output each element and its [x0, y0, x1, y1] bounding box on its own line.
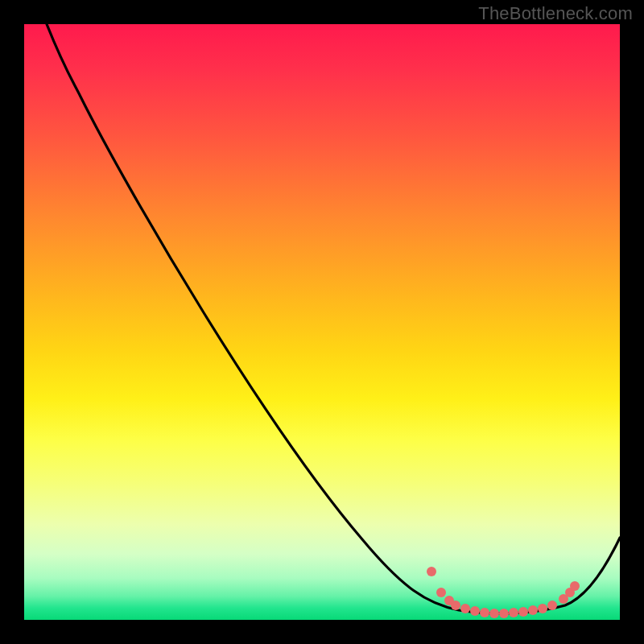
chart-overlay-svg [24, 24, 620, 620]
chart-marker-point [499, 609, 509, 618]
chart-marker-point [518, 607, 528, 617]
chart-marker-point [451, 601, 460, 610]
chart-marker-point [509, 608, 518, 617]
chart-curve-line [47, 24, 620, 613]
chart-marker-point [436, 588, 446, 597]
chart-marker-point [489, 609, 499, 618]
chart-marker-point [427, 567, 436, 576]
watermark-text: TheBottleneck.com [478, 3, 633, 24]
chart-marker-point [480, 608, 489, 617]
chart-marker-point [547, 601, 557, 610]
chart-marker-point [528, 605, 538, 615]
chart-marker-point [470, 606, 480, 616]
chart-marker-point [570, 581, 580, 591]
chart-plot-area [24, 24, 620, 620]
chart-marker-point [538, 604, 547, 613]
chart-marker-point [460, 604, 470, 613]
chart-marker-group [427, 567, 580, 618]
